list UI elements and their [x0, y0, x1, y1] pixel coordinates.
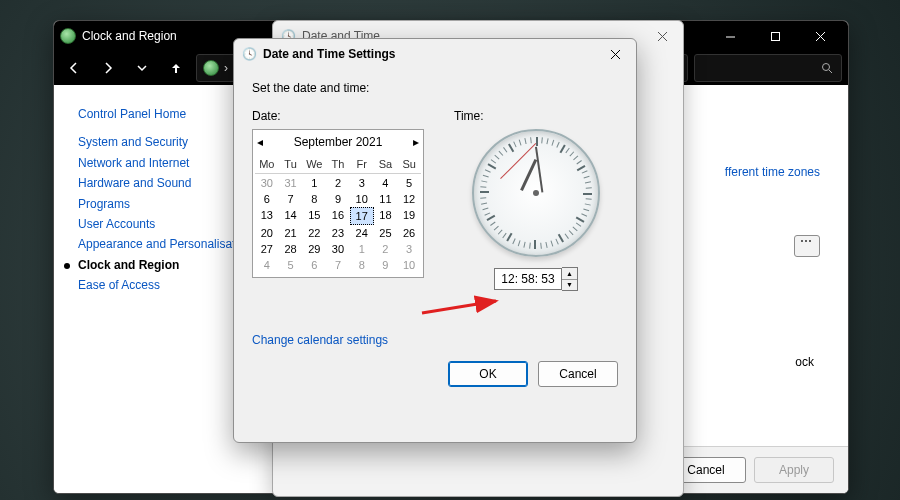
calendar-day[interactable]: 30 [255, 175, 279, 191]
calendar-dow: Su [397, 156, 421, 172]
dialog2-title: Date and Time Settings [263, 47, 602, 61]
calendar-day[interactable]: 21 [279, 225, 303, 241]
calendar-day[interactable]: 5 [279, 257, 303, 273]
search-input[interactable] [694, 54, 842, 82]
calendar-day[interactable]: 29 [302, 241, 326, 257]
up-button[interactable] [162, 54, 190, 82]
calendar-dow: Tu [279, 156, 303, 172]
calendar-day[interactable]: 7 [326, 257, 350, 273]
svg-line-5 [829, 70, 832, 73]
search-icon [821, 62, 833, 74]
calendar-day[interactable]: 27 [255, 241, 279, 257]
calendar-day[interactable]: 23 [326, 225, 350, 241]
calendar-day[interactable]: 10 [397, 257, 421, 273]
recent-dropdown-button[interactable] [128, 54, 156, 82]
forward-button[interactable] [94, 54, 122, 82]
calendar-day[interactable]: 31 [279, 175, 303, 191]
time-input[interactable] [494, 268, 562, 290]
calendar-day[interactable]: 24 [350, 225, 374, 241]
svg-point-4 [823, 64, 830, 71]
dialog2-close-button[interactable] [602, 42, 628, 66]
calendar-day[interactable]: 15 [302, 207, 326, 223]
calendar-day[interactable]: 1 [350, 241, 374, 257]
calendar-day[interactable]: 10 [350, 191, 374, 207]
calendar-next-button[interactable]: ▸ [413, 135, 419, 149]
app-icon [60, 28, 76, 44]
dialog1-close-button[interactable] [649, 24, 675, 48]
calendar-day[interactable]: 8 [302, 191, 326, 207]
calendar-day[interactable]: 9 [374, 257, 398, 273]
calendar-dow: We [302, 156, 326, 172]
calendar-day[interactable]: 18 [374, 207, 398, 223]
time-spin-up-button[interactable]: ▲ [562, 268, 577, 280]
calendar-day[interactable]: 9 [326, 191, 350, 207]
date-time-settings-dialog: 🕓 Date and Time Settings Set the date an… [233, 38, 637, 443]
calendar-day[interactable]: 2 [374, 241, 398, 257]
time-spinner[interactable]: ▲ ▼ [562, 267, 578, 291]
calendar-day[interactable]: 7 [279, 191, 303, 207]
calendar-dow: Sa [374, 156, 398, 172]
maximize-button[interactable] [753, 22, 797, 50]
calendar-day[interactable]: 4 [255, 257, 279, 273]
dialog2-ok-button[interactable]: OK [448, 361, 528, 387]
calendar-day[interactable]: 3 [350, 175, 374, 191]
back-button[interactable] [60, 54, 88, 82]
time-spin-down-button[interactable]: ▼ [562, 280, 577, 291]
calendar-day[interactable]: 19 [397, 207, 421, 223]
date-label: Date: [252, 109, 424, 123]
analog-clock [472, 129, 600, 257]
calendar[interactable]: ◂ September 2021 ▸ MoTuWeThFrSaSu3031123… [252, 129, 424, 278]
calendar-dow: Th [326, 156, 350, 172]
calendar-day[interactable]: 22 [302, 225, 326, 241]
breadcrumb-icon [203, 60, 219, 76]
calendar-day[interactable]: 14 [279, 207, 303, 223]
time-label: Time: [454, 109, 618, 123]
calendar-day[interactable]: 6 [255, 191, 279, 207]
breadcrumb-sep: › [224, 61, 228, 75]
hour-hand [520, 159, 537, 191]
calendar-day[interactable]: 6 [302, 257, 326, 273]
calendar-day[interactable]: 30 [326, 241, 350, 257]
calendar-day[interactable]: 5 [397, 175, 421, 191]
calendar-day[interactable]: 16 [326, 207, 350, 223]
calendar-day[interactable]: 13 [255, 207, 279, 223]
change-calendar-settings-link[interactable]: Change calendar settings [252, 333, 388, 347]
calendar-day[interactable]: 28 [279, 241, 303, 257]
svg-rect-1 [771, 32, 779, 40]
close-button[interactable] [798, 22, 842, 50]
calendar-dow: Fr [350, 156, 374, 172]
calendar-month-label[interactable]: September 2021 [263, 135, 413, 149]
calendar-dow: Mo [255, 156, 279, 172]
dialog2-cancel-button[interactable]: Cancel [538, 361, 618, 387]
calendar-day[interactable]: 17 [350, 207, 374, 225]
clock-pivot [533, 190, 539, 196]
calendar-day[interactable]: 2 [326, 175, 350, 191]
change-button[interactable] [794, 235, 820, 257]
calendar-day[interactable]: 11 [374, 191, 398, 207]
calendar-day[interactable]: 3 [397, 241, 421, 257]
calendar-day[interactable]: 4 [374, 175, 398, 191]
additional-clocks-link[interactable]: fferent time zones [725, 165, 820, 179]
minimize-button[interactable] [708, 22, 752, 50]
calendar-day[interactable]: 20 [255, 225, 279, 241]
calendar-day[interactable]: 1 [302, 175, 326, 191]
dialog2-icon: 🕓 [242, 47, 257, 61]
calendar-day[interactable]: 26 [397, 225, 421, 241]
truncated-label: ock [795, 355, 814, 369]
dialog2-titlebar[interactable]: 🕓 Date and Time Settings [234, 39, 636, 69]
calendar-day[interactable]: 12 [397, 191, 421, 207]
minute-hand [535, 147, 543, 193]
apply-button: Apply [754, 457, 834, 483]
calendar-day[interactable]: 25 [374, 225, 398, 241]
dialog2-subtitle: Set the date and time: [252, 81, 618, 95]
calendar-day[interactable]: 8 [350, 257, 374, 273]
